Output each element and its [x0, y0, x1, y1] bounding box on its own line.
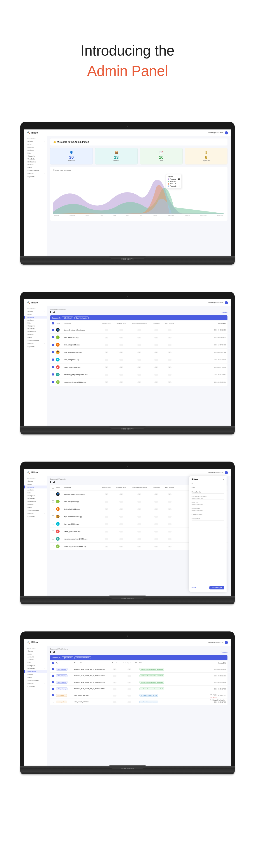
row-menu-trigger[interactable]: ⋮ — [225, 694, 226, 696]
progress-chart — [53, 173, 224, 214]
table-row[interactable]: 🍀davis.bob@biddo.app—————2024-09-16 15:0… — [50, 334, 227, 341]
chart-card: Current year progress August — [50, 167, 227, 221]
row-side-actions: 👁 Show 🗑 Delete ↻ Resend Notification — [210, 693, 225, 701]
stat-accounts[interactable]: 👤30Accounts — [50, 148, 93, 164]
welcome-card: 👋Welcome to the Admin Panel! — [50, 138, 227, 146]
table-header: Photo Main Email Is Anonymous Accepted T… — [50, 321, 227, 326]
table-row[interactable]: white_categorySOMEONE_ELSE_ADDED_BID_TO_… — [50, 666, 227, 673]
person-icon: 👤 — [53, 151, 90, 154]
row-email: davis.mike@biddo.app — [64, 344, 100, 346]
sidebar-item-reviews[interactable]: Reviews — [24, 163, 47, 166]
sidebar-group-financial[interactable]: Financial▾ — [24, 172, 47, 175]
sidebar-item-accounts[interactable]: Accounts — [24, 146, 47, 149]
resend-action[interactable]: ↻ Resend Notification — [210, 699, 225, 702]
avatar-icon: 👩 — [56, 350, 60, 354]
hammer-icon: 🔨 — [27, 131, 31, 134]
row-menu-trigger[interactable]: ⋮ — [225, 366, 226, 368]
chart-tooltip: August Accounts 32 Auctions 11 Bids 1 Pa… — [166, 174, 182, 189]
row-checkbox[interactable] — [52, 351, 54, 353]
row-menu-trigger[interactable]: ⋮ — [225, 681, 226, 683]
table-row[interactable]: auction_add...NEW_BID_ON_AUCTION——src: N… — [50, 699, 227, 705]
avatar-icon: ⚙ — [56, 343, 60, 347]
row-checkbox[interactable] — [52, 359, 54, 361]
brand-logo[interactable]: 🔨Biddo — [27, 131, 38, 134]
table-row[interactable]: 👤ainsworth_vincent@biddo.app—————2024-09… — [50, 326, 227, 334]
close-icon[interactable]: × — [223, 478, 224, 481]
table-row[interactable]: ⚙davis.mike@biddo.app—————2024-10-27 04:… — [50, 341, 227, 349]
row-menu-trigger[interactable]: ⋮ — [225, 381, 226, 383]
sidebar-item-notifications[interactable]: Notifications — [24, 160, 47, 163]
sidebar-item-assets[interactable]: Assets — [24, 143, 47, 146]
heading-line1: Introducing the — [80, 42, 175, 59]
laptop-dashboard: 🔨Biddo admin@biddo.com NAVIGATION Genera… — [20, 122, 235, 265]
table-row[interactable]: ✿mercedes_pargelman@biddo.app—————2024-0… — [50, 371, 227, 378]
row-menu-trigger[interactable]: ⋮ — [225, 668, 226, 670]
table-row[interactable]: 👩fargo.bertrand@biddo.app—————2024-09-13… — [50, 349, 227, 356]
table-row[interactable]: white_categorySOMEONE_ELSE_ADDED_BID_TO_… — [50, 686, 227, 692]
laptop-notifications: 🔨Biddoadmin@biddo.com NAVIGATION General… — [20, 631, 235, 774]
sidebar-item-bids[interactable]: Bids — [24, 152, 47, 155]
row-menu-trigger[interactable]: ⋮ — [225, 675, 226, 677]
row-email: kilam_dan@biddo.app — [64, 359, 100, 361]
table-row[interactable]: white_categorySOMEONE_ELSE_ADDED_BID_TO_… — [50, 679, 227, 686]
row-menu-trigger[interactable]: ⋮ — [225, 701, 226, 703]
table-row[interactable]: ✕mercedes_simmons@biddo.app—————2024-02-… — [50, 378, 227, 386]
row-email: ainsworth_vincent@biddo.app — [64, 329, 100, 331]
avatar-icon: 👤 — [56, 328, 60, 332]
stat-bids[interactable]: 📈10Bids — [140, 148, 183, 164]
row-menu-trigger[interactable]: ⋮ — [225, 336, 226, 338]
sidebar-item-filters[interactable]: Filters — [24, 166, 47, 169]
delete-action[interactable]: 🗑 Delete — [210, 696, 225, 699]
delete-all-button[interactable]: 🗑 Delete all — [62, 316, 73, 319]
row-checkbox[interactable] — [52, 373, 54, 375]
row-menu-trigger[interactable]: ⋮ — [225, 351, 226, 353]
sidebar-item-categories[interactable]: Categories — [24, 155, 47, 157]
avatar-icon: ✿ — [56, 373, 60, 376]
avatar-icon — [225, 131, 228, 134]
filter-icon: ⚗ — [221, 312, 222, 313]
select-all-checkbox[interactable] — [52, 322, 54, 324]
row-email: mercedes_pargelman@biddo.app — [64, 374, 100, 375]
table-row[interactable]: white_categorySOMEONE_ELSE_ADDED_BID_TO_… — [50, 673, 227, 679]
reset-button[interactable]: Reset — [192, 587, 196, 589]
row-menu-trigger[interactable]: ⋮ — [225, 344, 226, 346]
filters-button[interactable]: ⚗Filters — [221, 312, 227, 313]
stat-payments[interactable]: $6Payments — [185, 148, 227, 164]
avatar-icon: ★ — [56, 358, 60, 362]
activity-icon: 📈 — [143, 151, 180, 154]
row-checkbox[interactable] — [52, 366, 54, 368]
row-menu-trigger[interactable]: ⋮ — [225, 374, 226, 375]
page-heading: Introducing the Admin Panel — [18, 41, 237, 81]
resend-button[interactable]: Resend Notifications — [74, 656, 91, 659]
sidebar-item-auctions[interactable]: Auctions — [24, 149, 47, 152]
table-row[interactable]: ★kilam_dan@biddo.app—————2024-09-16 19:0… — [50, 356, 227, 364]
row-checkbox[interactable] — [52, 344, 54, 346]
filter-field[interactable]: Id — [192, 483, 224, 485]
table-row[interactable]: ▲kramer_kirk@biddo.app—————2024-09-27 09… — [50, 364, 227, 371]
table-row[interactable]: auction_add...NEW_BID_ON_AUCTION——src: N… — [50, 692, 227, 699]
sidebar-item-payments[interactable]: Payments — [24, 175, 47, 178]
filters-button[interactable]: ⚗Filters — [221, 651, 227, 653]
sidebar-item-searchhistories[interactable]: Search Histories — [24, 169, 47, 172]
sidebar-group-userdata[interactable]: User Data▾ — [24, 157, 47, 160]
row-menu-trigger[interactable]: ⋮ — [225, 688, 226, 690]
stat-auctions[interactable]: 📦13Auctions — [95, 148, 138, 164]
row-checkbox[interactable] — [52, 336, 54, 338]
row-checkbox[interactable] — [52, 329, 54, 331]
bulk-action-bar: Selected (7) 🗑 Delete all Send Notificat… — [50, 315, 227, 320]
row-menu-trigger[interactable]: ⋮ — [225, 359, 226, 361]
sidebar: NAVIGATION General▾ Assets Accounts Auct… — [24, 129, 47, 256]
delete-all-button[interactable]: 🗑 Delete all — [62, 656, 73, 659]
apply-button[interactable]: Apply changes — [209, 586, 224, 589]
row-email: fargo.bertrand@biddo.app — [64, 351, 100, 353]
show-action[interactable]: 👁 Show — [210, 693, 225, 696]
row-menu-trigger[interactable]: ⋮ — [225, 329, 226, 331]
sidebar-item-notifications[interactable]: Notifications — [24, 670, 47, 673]
heading-line2: Admin Panel — [87, 63, 168, 79]
sidebar-item-accounts[interactable]: Accounts — [24, 316, 47, 318]
row-checkbox[interactable] — [52, 381, 54, 383]
sidebar-group-general[interactable]: General▾ — [24, 140, 47, 143]
send-notification-button[interactable]: Send Notification — [74, 316, 89, 319]
avatar-icon: ▲ — [56, 365, 60, 369]
user-chip[interactable]: admin@biddo.com — [208, 131, 228, 134]
